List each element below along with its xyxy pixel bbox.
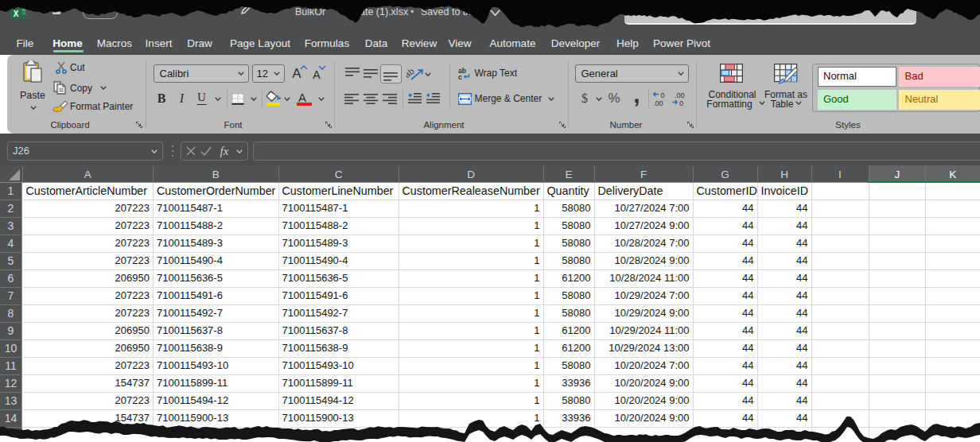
svg-text:c: c <box>458 73 462 79</box>
svg-text:.00: .00 <box>653 99 663 107</box>
svg-text:.00: .00 <box>675 91 685 99</box>
svg-text:0: 0 <box>661 91 665 99</box>
svg-text:0: 0 <box>679 99 683 107</box>
